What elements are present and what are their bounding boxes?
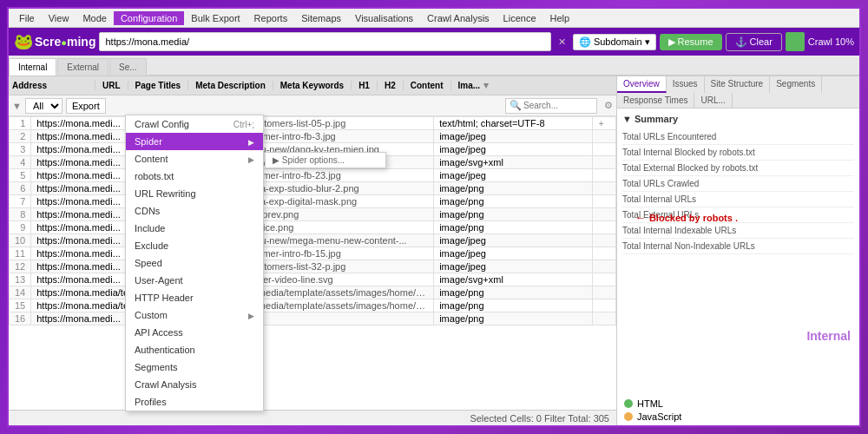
row-content-type: image/jpeg: [434, 143, 593, 156]
dropdown-menu-item[interactable]: Content ▶: [126, 150, 263, 168]
dropdown-menu-item[interactable]: Custom ▶: [126, 306, 263, 324]
menu-sitemaps[interactable]: Sitemaps: [294, 11, 348, 25]
table-row: 8 https://mona.medi... es/home/icon-prev…: [10, 208, 616, 221]
dropdown-menu-item[interactable]: CDNs: [126, 202, 263, 220]
dropdown-item-label: Authentication: [135, 345, 195, 355]
tab-internal[interactable]: Internal: [9, 58, 56, 76]
resume-button[interactable]: ▶ Resume: [660, 34, 722, 50]
table-row: 6 https://mona.medi... es/home/mona-exp-…: [10, 182, 616, 195]
dropdown-menu-item[interactable]: robots.txt: [126, 168, 263, 185]
col-meta-kw: Meta Keywords: [273, 81, 352, 90]
expand-icon: ▼: [622, 114, 632, 124]
tab-se[interactable]: Se...: [109, 58, 147, 76]
table-row: 5 https://mona.medi... 2024/04/customer-…: [10, 169, 616, 182]
dropdown-menu: Crawl Config Ctrl+;Spider ▶▶ Spider opti…: [125, 115, 264, 411]
right-tab-issues[interactable]: Issues: [667, 76, 705, 93]
table-row: 7 https://mona.medi... es/home/mona-exp-…: [10, 195, 616, 208]
sub-menu-item[interactable]: ▶ Spider options...: [266, 153, 385, 168]
row-number: 8: [10, 208, 31, 221]
dropdown-menu-item[interactable]: HTTP Header: [126, 289, 263, 306]
url-input[interactable]: [99, 32, 550, 51]
dropdown-item-label: CDNs: [135, 206, 160, 216]
menu-crawl-analysis[interactable]: Crawl Analysis: [420, 11, 496, 25]
table-row: 15 https://mona.media/template/assets/im…: [10, 299, 616, 312]
legend-color: [624, 412, 633, 421]
clear-button[interactable]: ⚓ Clear: [726, 33, 782, 51]
row-content-type: image/svg+xml: [434, 273, 593, 286]
right-tab-response-times[interactable]: Response Times: [617, 93, 694, 108]
col-ima: Ima... ▾: [451, 80, 496, 91]
row-plus: +: [593, 117, 616, 130]
dropdown-menu-item[interactable]: Crawl Analysis: [126, 376, 263, 393]
anchor-icon: ⚓: [735, 36, 747, 48]
menu-licence[interactable]: Licence: [496, 11, 543, 25]
table-row: 2 https://mona.medi... 2024/04/customer-…: [10, 130, 616, 143]
menu-configuration[interactable]: Configuration: [114, 11, 184, 25]
filter-icon: ▼: [12, 101, 22, 111]
dropdown-item-label: HTTP Header: [135, 293, 194, 303]
dropdown-menu-item[interactable]: Exclude: [126, 237, 263, 254]
row-number: 15: [10, 299, 31, 312]
menu-bulk-export[interactable]: Bulk Export: [184, 11, 247, 25]
table-row: 16 https://mona.medi... image/png: [10, 312, 616, 326]
dropdown-menu-item[interactable]: Segments: [126, 358, 263, 376]
row-plus: [593, 299, 616, 312]
url-clear-button[interactable]: ✕: [555, 36, 569, 48]
right-tab-segments[interactable]: Segments: [770, 76, 822, 93]
status-text: Selected Cells: 0 Filter Total: 305: [470, 413, 609, 424]
table-row: 14 https://mona.media/template/assets/im…: [10, 286, 616, 299]
menu-help[interactable]: Help: [543, 11, 577, 25]
row-number: 9: [10, 221, 31, 234]
app-window: File View Mode Configuration Bulk Export…: [7, 7, 861, 427]
menu-view[interactable]: View: [42, 11, 76, 25]
dropdown-item-label: robots.txt: [135, 171, 174, 181]
right-panel: Overview Issues Site Structure Segments …: [616, 76, 859, 425]
row-content-type: image/png: [434, 312, 593, 326]
row-plus: [593, 208, 616, 221]
dropdown-menu-item[interactable]: URL Rewriting: [126, 185, 263, 202]
dropdown-menu-item[interactable]: Crawl Config Ctrl+;: [126, 115, 263, 133]
dropdown-shortcut: ▶: [248, 155, 254, 164]
row-content-type: image/jpeg: [434, 234, 593, 247]
dropdown-menu-item[interactable]: User-Agent: [126, 272, 263, 289]
dropdown-menu-item[interactable]: API Access: [126, 324, 263, 341]
menu-file[interactable]: File: [12, 11, 42, 25]
search-input[interactable]: [523, 101, 593, 110]
menu-visualisations[interactable]: Visualisations: [348, 11, 420, 25]
dropdown-menu-item[interactable]: Speed: [126, 254, 263, 272]
right-tabs: Overview Issues Site Structure Segments …: [617, 76, 859, 108]
legend-color: [624, 399, 633, 408]
dropdown-item-label: Include: [135, 223, 165, 233]
menu-reports[interactable]: Reports: [247, 11, 295, 25]
export-button[interactable]: Export: [66, 98, 106, 114]
dropdown-menu-item[interactable]: Authentication: [126, 341, 263, 358]
row-plus: [593, 169, 616, 182]
row-number: 12: [10, 260, 31, 273]
summary-title: ▼ Summary: [622, 114, 854, 124]
dropdown-menu-item[interactable]: Spider ▶▶ Spider options...: [126, 133, 263, 150]
dropdown-shortcut: ▶: [248, 311, 254, 320]
dropdown-menu-item[interactable]: Include: [126, 220, 263, 237]
table-row: 1 https://mona.medi... es/home/glcustome…: [10, 117, 616, 130]
menu-mode[interactable]: Mode: [76, 11, 114, 25]
row-number: 5: [10, 169, 31, 182]
main-content: Address URL Page Titles Meta Description…: [9, 76, 859, 425]
dropdown-item-label: Content: [135, 154, 168, 164]
dropdown-item-label: Exclude: [135, 240, 168, 251]
col-address: Address: [9, 81, 95, 90]
dropdown-item-label: URL Rewriting: [135, 188, 196, 199]
subdomain-button[interactable]: 🌐 Subdomain ▾: [573, 34, 656, 50]
row-number: 14: [10, 286, 31, 299]
right-tab-site-structure[interactable]: Site Structure: [705, 76, 771, 93]
chevron-down-icon: ▾: [645, 36, 650, 48]
filter-select[interactable]: All: [25, 98, 62, 114]
sub-menu-arrow: ▶: [248, 155, 254, 164]
row-number: 11: [10, 247, 31, 260]
right-tab-overview[interactable]: Overview: [617, 76, 667, 93]
dropdown-menu-item[interactable]: Profiles: [126, 393, 263, 411]
row-number: 13: [10, 273, 31, 286]
right-tab-url[interactable]: URL...: [694, 93, 732, 108]
legend-item: JavaScript: [624, 411, 852, 422]
tab-external[interactable]: External: [57, 58, 108, 76]
col-h2: H2: [378, 81, 404, 90]
